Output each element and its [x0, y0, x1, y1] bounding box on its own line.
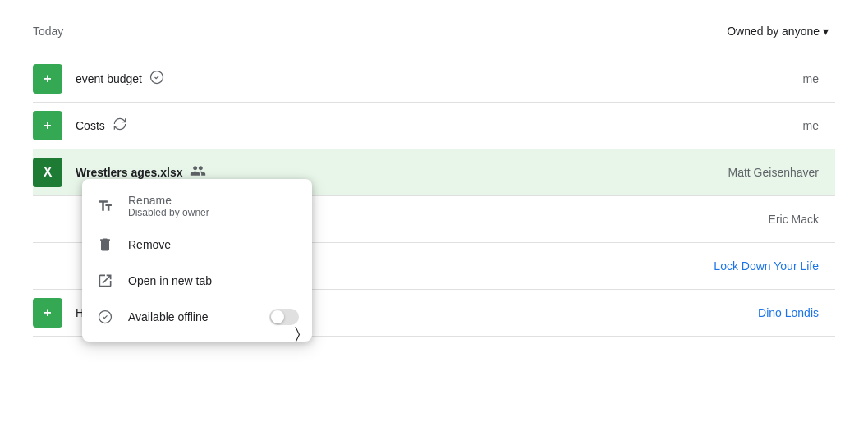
menu-item-remove[interactable]: Remove — [82, 227, 312, 263]
main-container: Today Owned by anyone ▾ + event budget m… — [0, 0, 868, 350]
rename-sublabel: Disabled by owner — [128, 207, 209, 218]
file-owner: me — [687, 119, 835, 132]
file-name-area: Costs — [76, 116, 687, 136]
available-offline-label: Available offline — [128, 310, 209, 323]
toggle-knob — [271, 310, 284, 323]
open-new-tab-content: Open in new tab — [128, 274, 212, 287]
check-circle-icon — [149, 69, 165, 89]
menu-item-rename[interactable]: Rename Disabled by owner — [82, 186, 312, 227]
file-owner: Lock Down Your Life — [687, 259, 835, 273]
file-owner: Eric Mack — [687, 213, 835, 226]
cursor-pointer-icon: 〉 — [295, 324, 301, 343]
menu-item-available-offline[interactable]: Available offline 〉 — [82, 299, 312, 335]
file-name: Costs — [76, 119, 105, 132]
trash-icon — [95, 235, 115, 255]
file-name: event budget — [76, 72, 142, 85]
offline-icon — [95, 307, 115, 327]
owned-by-dropdown[interactable]: Owned by anyone ▾ — [720, 20, 835, 43]
sync-icon — [112, 116, 128, 136]
file-name-area: event budget — [76, 69, 687, 89]
sheets-icon: + — [33, 298, 62, 328]
owned-by-label: Owned by anyone — [727, 25, 820, 38]
sheets-icon: + — [33, 64, 62, 94]
open-new-tab-label: Open in new tab — [128, 274, 212, 287]
file-owner: me — [687, 72, 835, 85]
remove-label: Remove — [128, 238, 171, 251]
available-offline-content: Available offline — [128, 310, 209, 323]
file-row[interactable]: + Costs me — [33, 103, 835, 149]
excel-icon: X — [33, 158, 62, 187]
available-offline-toggle[interactable]: 〉 — [269, 309, 299, 325]
owned-by-chevron-icon: ▾ — [823, 25, 829, 38]
open-in-new-icon — [95, 271, 115, 291]
remove-content: Remove — [128, 238, 171, 251]
file-row[interactable]: + event budget me — [33, 56, 835, 103]
file-name: Wrestlers ages.xlsx — [76, 166, 183, 179]
rename-label: Rename — [128, 194, 209, 207]
rename-content: Rename Disabled by owner — [128, 194, 209, 218]
context-menu: Rename Disabled by owner Remove — [82, 179, 312, 342]
menu-item-open-new-tab[interactable]: Open in new tab — [82, 263, 312, 299]
text-format-icon — [95, 196, 115, 216]
today-label: Today — [33, 25, 63, 38]
file-owner: Dino Londis — [687, 306, 835, 319]
file-owner: Matt Geisenhaver — [687, 166, 835, 179]
sheets-icon: + — [33, 111, 62, 140]
header-row: Today Owned by anyone ▾ — [33, 13, 835, 56]
